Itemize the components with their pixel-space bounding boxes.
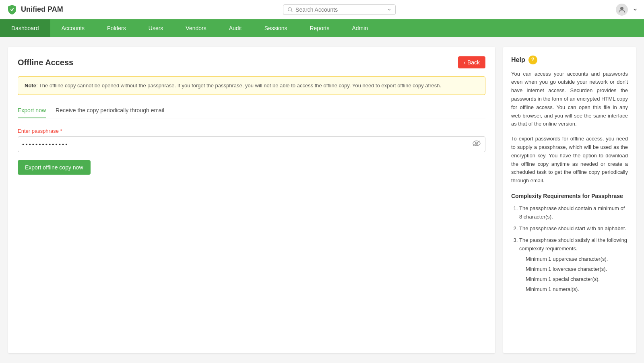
nav-users[interactable]: Users xyxy=(137,19,175,37)
page-title: Offline Access xyxy=(18,58,73,67)
tab-export-now[interactable]: Export now xyxy=(18,103,46,118)
help-question-icon: ? xyxy=(528,56,537,64)
tab-periodic-email[interactable]: Receive the copy periodically through em… xyxy=(56,103,164,118)
app-name: Unified PAM xyxy=(21,5,63,14)
back-arrow-icon: ‹ xyxy=(464,59,466,66)
svg-point-1 xyxy=(620,7,623,10)
requirement-1: The passphrase should contain a minimum … xyxy=(519,204,628,221)
note-text: : The offline copy cannot be opened with… xyxy=(36,82,441,89)
nav-audit[interactable]: Audit xyxy=(218,19,253,37)
search-input[interactable] xyxy=(295,6,385,13)
page-header: Offline Access ‹ Back xyxy=(18,56,485,68)
requirements-list: The passphrase should contain a minimum … xyxy=(511,204,628,293)
help-desc-2: To export passwords for offline access, … xyxy=(511,135,628,185)
nav-reports[interactable]: Reports xyxy=(298,19,341,37)
nav-sessions[interactable]: Sessions xyxy=(253,19,299,37)
tabs: Export now Receive the copy periodically… xyxy=(18,103,485,118)
search-icon xyxy=(287,6,293,13)
export-offline-button[interactable]: Export offline copy now xyxy=(18,160,91,175)
passphrase-field-group: Enter passphrase * xyxy=(18,128,485,152)
help-panel: Help ? You can access your accounts and … xyxy=(503,47,636,353)
toggle-password-icon[interactable] xyxy=(472,140,481,148)
requirement-2: The passphrase should start with an alph… xyxy=(519,225,628,233)
help-desc-1: You can access your accounts and passwor… xyxy=(511,70,628,129)
search-box[interactable] xyxy=(283,4,396,15)
note-label: Note xyxy=(25,82,36,89)
nav-vendors[interactable]: Vendors xyxy=(174,19,217,37)
help-title: Help ? xyxy=(511,55,628,65)
user-avatar[interactable] xyxy=(616,4,628,16)
passphrase-input-wrapper xyxy=(18,136,485,152)
requirement-3: The passphrase should satisfy all the fo… xyxy=(519,236,628,294)
nav-dashboard[interactable]: Dashboard xyxy=(0,19,50,37)
sub-req-uppercase: Minimum 1 uppercase character(s). xyxy=(526,255,628,264)
sub-requirements-list: Minimum 1 uppercase character(s). Minimu… xyxy=(519,255,628,293)
app-logo[interactable]: Unified PAM xyxy=(6,4,63,15)
chevron-down-icon xyxy=(387,7,391,12)
sub-req-lowercase: Minimum 1 lowercase character(s). xyxy=(526,265,628,274)
back-button[interactable]: ‹ Back xyxy=(458,56,485,68)
passphrase-input[interactable] xyxy=(22,137,472,152)
nav-admin[interactable]: Admin xyxy=(341,19,379,37)
sub-req-special: Minimum 1 special character(s). xyxy=(526,275,628,284)
shield-icon xyxy=(6,4,18,15)
passphrase-label: Enter passphrase * xyxy=(18,128,485,134)
nav-accounts[interactable]: Accounts xyxy=(50,19,96,37)
main-area: Offline Access ‹ Back Note: The offline … xyxy=(8,47,495,353)
topbar: Unified PAM xyxy=(0,0,644,19)
topbar-right xyxy=(616,4,638,16)
nav-folders[interactable]: Folders xyxy=(96,19,137,37)
page-content: Offline Access ‹ Back Note: The offline … xyxy=(0,37,644,363)
note-box: Note: The offline copy cannot be opened … xyxy=(18,76,485,95)
complexity-title: Complexity Requirements for Passphrase xyxy=(511,192,628,200)
sub-req-numeral: Minimum 1 numeral(s). xyxy=(526,285,628,294)
navbar: Dashboard Accounts Folders Users Vendors… xyxy=(0,19,644,37)
chevron-down-icon xyxy=(633,7,638,12)
